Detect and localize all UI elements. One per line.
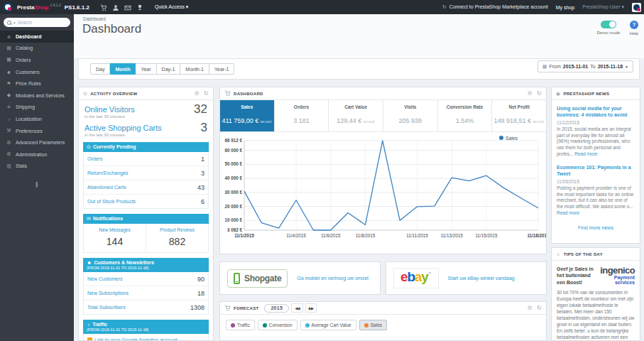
currently-pending-title: Currently Pending — [93, 144, 136, 149]
sidebar-item-stats[interactable]: ▥Stats — [0, 161, 74, 173]
active-carts-link[interactable]: Active Shopping Carts — [84, 124, 207, 132]
toggle-switch[interactable] — [601, 21, 616, 28]
cart-icon[interactable] — [98, 1, 110, 13]
sidebar-item-label: Catalog — [16, 45, 33, 50]
table-row: Total Subscribers1308 — [84, 301, 208, 314]
sidebar-item-label: Shipping — [16, 104, 35, 109]
date-range-picker[interactable]: ▦ From 2015-11-01 To 2015-11-18 ▼ — [537, 60, 633, 72]
sidebar-item-preferences[interactable]: ⚒Preferences — [0, 125, 74, 137]
sidebar-search[interactable]: ▾ — [4, 18, 70, 27]
range-month-1-button[interactable]: Month-1 — [180, 63, 209, 75]
news-article-title[interactable]: Using social media for your business: 4 … — [557, 105, 635, 118]
google-analytics-link[interactable]: Link to your Google Analytics account — [87, 337, 178, 341]
online-visitors-metric: Online Visitors 32 in the last 30 minute… — [79, 100, 213, 119]
price-rules-icon: ⚑ — [6, 81, 12, 87]
shopgate-link[interactable]: Ga mobiel en verhoog uw omzet — [297, 275, 374, 281]
new-messages-cell[interactable]: New Messages 144 — [84, 224, 146, 252]
ingenico-logo: ingenico Payment services — [600, 266, 635, 286]
shopgate-brand: Shopgate — [244, 274, 281, 283]
person-icon: ☻ — [87, 260, 92, 265]
sidebar-collapse-button[interactable]: ∥ — [0, 181, 74, 188]
avatar[interactable] — [632, 3, 641, 12]
sidebar-item-advanced-parameters[interactable]: ⚙Advanced Parameters — [0, 136, 74, 148]
legend-average-cart-value-button[interactable]: Average Cart Value — [300, 320, 356, 330]
returns-link[interactable]: Return/Exchanges — [87, 170, 129, 175]
gear-icon[interactable]: ⚙ — [528, 90, 533, 97]
localization-icon: ♁ — [6, 117, 12, 121]
online-visitors-link[interactable]: Online Visitors — [84, 105, 207, 114]
range-day-1-button[interactable]: Day-1 — [157, 63, 181, 75]
kpi-label: Net Profit — [492, 104, 546, 109]
active-carts-subtitle: in the last 30 minutes — [84, 133, 207, 137]
orders-count: 1 — [201, 156, 204, 163]
trophy-icon[interactable] — [134, 1, 146, 13]
gear-icon[interactable]: ⚙ — [195, 90, 200, 97]
sidebar-item-shipping[interactable]: ✈Shipping — [0, 102, 74, 114]
find-more-news-link[interactable]: Find more news — [557, 225, 635, 230]
shopgate-banner[interactable]: Shopgate Ga mobiel en verhoog uw omzet — [219, 261, 381, 295]
marketplace-link[interactable]: ↻ Connect to PrestaShop Marketplace acco… — [442, 4, 548, 10]
calendar-icon: ▦ — [542, 64, 547, 70]
legend-sales-button[interactable]: Sales — [359, 320, 387, 330]
refresh-icon[interactable]: ↻ — [537, 305, 542, 311]
previous-year-button[interactable]: ◀◀ — [291, 303, 302, 313]
total-subscribers-link[interactable]: Total Subscribers — [87, 305, 126, 310]
refresh-icon[interactable]: ↻ — [537, 90, 542, 97]
range-month-button[interactable]: Month — [110, 63, 136, 75]
sidebar-item-catalog[interactable]: ▤Catalog — [0, 43, 74, 55]
demo-mode-toggle[interactable]: Demo mode — [596, 21, 621, 35]
kpi-cart-value[interactable]: Cart Value 129,44 € tax excl. — [329, 100, 383, 131]
range-day-button[interactable]: Day — [90, 63, 110, 75]
new-customers-link[interactable]: New Customers — [87, 276, 123, 281]
tips-panel-header: ☼ TIPS OF THE DAY — [552, 248, 640, 261]
kpi-sales[interactable]: Sales 411 759,00 € tax excl. — [220, 100, 275, 131]
mail-icon[interactable] — [122, 1, 134, 13]
user-menu[interactable]: PrestaShop User ▾ — [582, 4, 624, 10]
user-icon[interactable] — [110, 1, 122, 13]
stats-icon: ▥ — [6, 163, 12, 169]
kpi-label: Conversion Rate — [438, 104, 492, 109]
kpi-visits[interactable]: Visits 205 939 — [383, 100, 438, 131]
cart-icon — [224, 305, 231, 312]
sidebar-item-orders[interactable]: ▦Orders — [0, 54, 74, 66]
my-shop-link[interactable]: My shop — [556, 5, 574, 10]
kpi-net-profit[interactable]: Net Profit 148 918,51 € tax excl. — [492, 100, 546, 131]
next-year-button[interactable]: ▶▶ — [305, 303, 317, 313]
sidebar-item-localization[interactable]: ♁Localization — [0, 113, 74, 125]
news-article-title[interactable]: Ecommerce 101: Payments in a Tweet — [557, 164, 635, 177]
refresh-icon[interactable]: ↻ — [204, 90, 209, 97]
range-year-1-button[interactable]: Year-1 — [209, 63, 234, 75]
sidebar-item-modules[interactable]: ◆Modules and Services — [0, 90, 74, 102]
search-scope-chevron-icon[interactable]: ▾ — [13, 21, 16, 25]
search-input[interactable] — [18, 20, 59, 25]
news-article-date: 11/12/2015 — [557, 120, 635, 125]
modules-icon: ◆ — [6, 92, 12, 98]
sidebar-item-dashboard[interactable]: ⌂Dashboard — [0, 31, 74, 43]
help-button[interactable]: ? Help — [626, 21, 642, 36]
orders-link[interactable]: Orders — [87, 156, 102, 161]
sidebar-item-price-rules[interactable]: ⚑Price Rules — [0, 77, 74, 90]
news-article-excerpt: In 2015, social media are an integral pa… — [557, 126, 635, 157]
svg-text:11/1/2015: 11/1/2015 — [234, 233, 254, 238]
range-year-button[interactable]: Year — [136, 63, 156, 75]
abandoned-carts-link[interactable]: Abandoned Carts — [87, 185, 126, 190]
sidebar-item-label: Stats — [16, 163, 27, 168]
ebay-link[interactable]: Start uw eBay-winkel vandaag — [448, 275, 520, 281]
version-label: 1.6.1.2 — [50, 0, 60, 7]
product-reviews-cell[interactable]: Product Reviews 882 — [146, 224, 208, 252]
sidebar-item-customers[interactable]: ☻Customers — [0, 66, 74, 78]
new-subscriptions-link[interactable]: New Subscriptions — [87, 291, 129, 296]
news-panel-header: ◉ PRESTASHOP NEWS — [552, 87, 640, 100]
legend-traffic-button[interactable]: Traffic — [226, 320, 255, 330]
quick-access-menu[interactable]: Quick Access ▾ — [155, 4, 188, 10]
kpi-orders[interactable]: Orders 3 181 — [275, 100, 329, 131]
ebay-banner[interactable]: ebay™ Start uw eBay-winkel vandaag — [386, 261, 547, 295]
read-more-link[interactable]: Read more — [557, 210, 579, 215]
legend-conversion-button[interactable]: Conversion — [258, 320, 298, 330]
gear-icon[interactable]: ⚙ — [528, 305, 533, 311]
kpi-conversion-rate[interactable]: Conversion Rate 1.54% — [438, 100, 493, 131]
read-more-link[interactable]: Read more — [574, 151, 597, 156]
sidebar-item-administration[interactable]: ⚙Administration — [0, 148, 74, 161]
out-of-stock-link[interactable]: Out of Stock Products — [87, 199, 136, 204]
table-row: New Subscriptions18 — [84, 286, 208, 301]
